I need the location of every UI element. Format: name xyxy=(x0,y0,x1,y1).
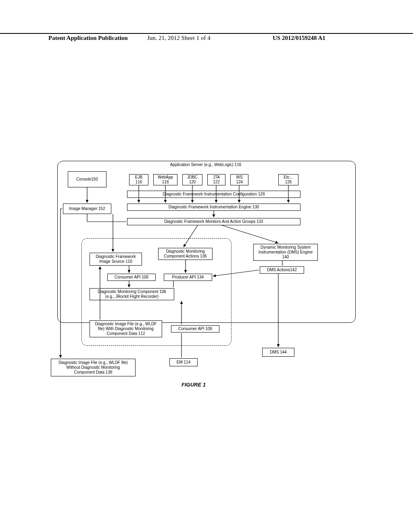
header-rule xyxy=(0,33,413,34)
header-middle: Jun. 21, 2012 Sheet 1 of 4 xyxy=(147,35,211,42)
header-right: US 2012/0159248 A1 xyxy=(273,35,325,42)
diagram-arrows xyxy=(52,159,359,385)
figure-1-diagram: Application Server (e.g., WebLogic) 116 … xyxy=(52,159,359,385)
header-left: Patent Application Publication xyxy=(48,35,128,42)
svg-line-20 xyxy=(213,270,259,276)
svg-line-10 xyxy=(184,225,198,247)
svg-line-11 xyxy=(222,225,278,243)
figure-caption: FIGURE 1 xyxy=(181,382,206,388)
